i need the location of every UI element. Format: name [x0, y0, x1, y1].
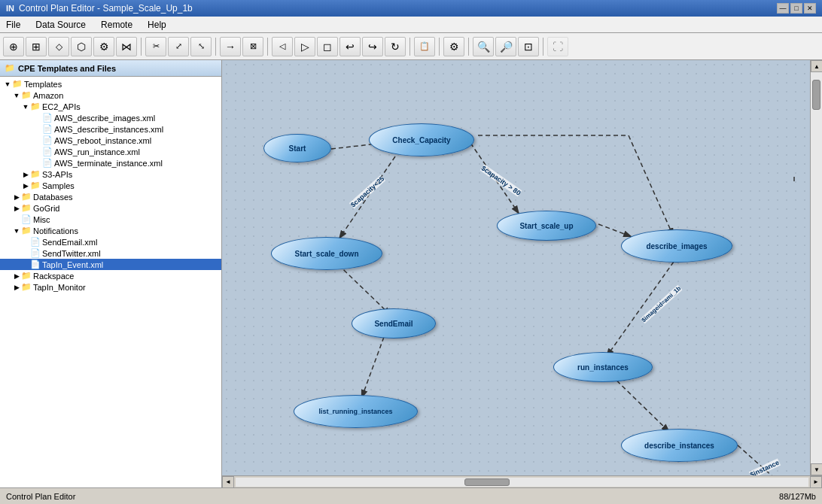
- node-describe-images[interactable]: describe_images: [621, 229, 732, 263]
- scroll-right-arrow[interactable]: ►: [810, 476, 822, 488]
- tree-item-databases[interactable]: ▶ 📁 Databases: [0, 191, 221, 202]
- tool-arrow-right[interactable]: →: [220, 37, 241, 56]
- folder-icon: 📁: [21, 90, 32, 100]
- tool-zoom-in[interactable]: 🔍: [473, 37, 494, 56]
- tool-settings[interactable]: ⚙: [93, 37, 114, 56]
- tool-pin[interactable]: ⊠: [242, 37, 263, 56]
- tree-label-templates: Templates: [24, 80, 62, 89]
- tree-item-s3apis[interactable]: ▶ 📁 S3-APIs: [0, 169, 221, 180]
- tree-toggle-templates[interactable]: ▼: [3, 80, 12, 88]
- folder-icon: 📁: [21, 271, 32, 281]
- tool-refresh[interactable]: ↻: [385, 37, 406, 56]
- svg-line-2: [339, 156, 395, 239]
- tree-label-aws-describe-instances: AWS_describe_instances.xml: [54, 125, 163, 134]
- canvas-scrollbar-vertical[interactable]: ▲ ▼: [810, 60, 822, 475]
- tree-item-rackspace[interactable]: ▶ 📁 Rackspace: [0, 270, 221, 281]
- scroll-left-arrow[interactable]: ◄: [222, 476, 234, 488]
- tree-item-notifications[interactable]: ▼ 📁 Notifications: [0, 225, 221, 236]
- node-sendemail[interactable]: SendEmail: [352, 308, 436, 339]
- tree-toggle-ec2apis[interactable]: ▼: [21, 103, 30, 111]
- memory-usage: 88/127Mb: [779, 492, 816, 501]
- tool-add-diamond[interactable]: ◇: [48, 37, 69, 56]
- tree-toggle-samples[interactable]: ▶: [21, 182, 30, 190]
- node-run-instances[interactable]: run_instances: [553, 352, 653, 382]
- tool-add-square[interactable]: ⊞: [26, 37, 47, 56]
- file-icon: 📄: [30, 237, 41, 247]
- tree-toggle-notifications[interactable]: ▼: [12, 227, 21, 235]
- node-start-scale-down[interactable]: Start_scale_down: [271, 237, 382, 270]
- tree-toggle-tapln-monitor[interactable]: ▶: [12, 284, 21, 291]
- maximize-button[interactable]: □: [790, 3, 802, 14]
- scroll-up-arrow[interactable]: ▲: [811, 60, 822, 72]
- tree-item-aws-describe-images[interactable]: 📄 AWS_describe_images.xml: [0, 112, 221, 123]
- tree-item-aws-run-instance[interactable]: 📄 AWS_run_instance.xml: [0, 146, 221, 157]
- tree-item-tapln-monitor[interactable]: ▶ 📁 TapIn_Monitor: [0, 281, 221, 293]
- tool-step-back[interactable]: ◁: [272, 37, 293, 56]
- tree-area[interactable]: ▼ 📁 Templates ▼ 📁 Amazon ▼ 📁 EC2_APIs: [0, 77, 221, 487]
- tree-toggle-gogrid[interactable]: ▶: [12, 205, 21, 212]
- close-button[interactable]: ✕: [804, 3, 816, 14]
- tree-label-sendtwitter-xml: SendTwitter.xml: [42, 249, 101, 258]
- folder-icon: 📁: [30, 169, 41, 179]
- canvas-area[interactable]: $capacity<25 $capacity > 80 $imageid=ami…: [222, 60, 822, 487]
- tool-cut[interactable]: ✂: [145, 37, 166, 56]
- scroll-down-arrow[interactable]: ▼: [811, 463, 822, 475]
- tree-label-s3apis: S3-APIs: [42, 170, 72, 179]
- file-icon: 📄: [42, 124, 53, 134]
- scroll-track-horizontal[interactable]: [236, 478, 808, 487]
- folder-icon: 📁: [21, 282, 32, 292]
- menu-help[interactable]: Help: [145, 18, 169, 32]
- menu-remote[interactable]: Remote: [98, 18, 135, 32]
- tree-item-gogrid[interactable]: ▶ 📁 GoGrid: [0, 202, 221, 214]
- tool-add-hexagon[interactable]: ⬡: [71, 37, 92, 56]
- tree-item-sendtwitter-xml[interactable]: 📄 SendTwitter.xml: [0, 247, 221, 259]
- tool-zoom-out[interactable]: 🔎: [495, 37, 516, 56]
- tree-label-tapln-monitor: TapIn_Monitor: [33, 283, 86, 292]
- canvas-scrollbar-horizontal[interactable]: ◄ ►: [222, 475, 822, 487]
- node-start[interactable]: Start: [263, 134, 331, 162]
- tool-connect[interactable]: ⋈: [116, 37, 137, 56]
- tool-zoom-reset[interactable]: ⊡: [518, 37, 539, 56]
- tree-toggle-rackspace[interactable]: ▶: [12, 272, 21, 280]
- tool-stop[interactable]: ◻: [317, 37, 338, 56]
- tree-item-aws-describe-instances[interactable]: 📄 AWS_describe_instances.xml: [0, 123, 221, 135]
- tree-label-aws-reboot-instance: AWS_reboot_instance.xml: [54, 136, 151, 145]
- tree-item-templates[interactable]: ▼ 📁 Templates: [0, 78, 221, 90]
- edge-label-capacity-gt80: $capacity > 80: [480, 164, 522, 196]
- tree-item-tapln-event-xml[interactable]: 📄 TapIn_Event.xml: [0, 259, 221, 270]
- node-list-running-instances[interactable]: list_running_instances: [294, 395, 418, 428]
- tool-settings2[interactable]: ⚙: [443, 37, 464, 56]
- scroll-handle-horizontal[interactable]: [464, 478, 510, 486]
- tree-item-sendemail-xml[interactable]: 📄 SendEmail.xml: [0, 236, 221, 247]
- tree-item-misc[interactable]: 📄 Misc: [0, 214, 221, 225]
- svg-line-7: [598, 224, 632, 237]
- node-check-capacity[interactable]: Check_Capacity: [369, 123, 474, 156]
- left-panel-title: CPE Templates and Files: [18, 64, 116, 73]
- tree-label-aws-terminate-instance: AWS_terminate_instance.xml: [54, 159, 163, 168]
- tool-fullscreen[interactable]: ⛶: [547, 37, 568, 56]
- node-describe-instances[interactable]: describe_instances: [621, 429, 738, 462]
- tree-toggle-s3apis[interactable]: ▶: [21, 171, 30, 178]
- node-start-scale-up[interactable]: Start_scale_up: [497, 211, 596, 241]
- menu-datasource[interactable]: Data Source: [32, 18, 89, 32]
- scroll-handle-vertical[interactable]: [812, 80, 820, 110]
- tree-item-aws-terminate-instance[interactable]: 📄 AWS_terminate_instance.xml: [0, 157, 221, 169]
- tool-link-remove[interactable]: ⤡: [190, 37, 212, 56]
- tree-label-aws-run-instance: AWS_run_instance.xml: [54, 147, 140, 156]
- tool-redo[interactable]: ↪: [362, 37, 383, 56]
- tool-copy-link[interactable]: ⤢: [168, 37, 189, 56]
- tree-toggle-amazon[interactable]: ▼: [12, 92, 21, 99]
- tree-item-samples[interactable]: ▶ 📁 Samples: [0, 180, 221, 191]
- tool-add-circle[interactable]: ⊕: [3, 37, 24, 56]
- tool-undo[interactable]: ↩: [339, 37, 361, 56]
- menu-file[interactable]: File: [3, 18, 23, 32]
- title-left: IN Control Plan Editor - Sample_Scale_Up…: [6, 3, 193, 14]
- tree-item-amazon[interactable]: ▼ 📁 Amazon: [0, 90, 221, 101]
- title-controls[interactable]: — □ ✕: [777, 3, 816, 14]
- tree-toggle-databases[interactable]: ▶: [12, 193, 21, 201]
- tree-item-ec2apis[interactable]: ▼ 📁 EC2_APIs: [0, 101, 221, 112]
- tool-play[interactable]: ▷: [294, 37, 315, 56]
- minimize-button[interactable]: —: [777, 3, 789, 14]
- tree-item-aws-reboot-instance[interactable]: 📄 AWS_reboot_instance.xml: [0, 135, 221, 146]
- tool-clipboard[interactable]: 📋: [414, 37, 435, 56]
